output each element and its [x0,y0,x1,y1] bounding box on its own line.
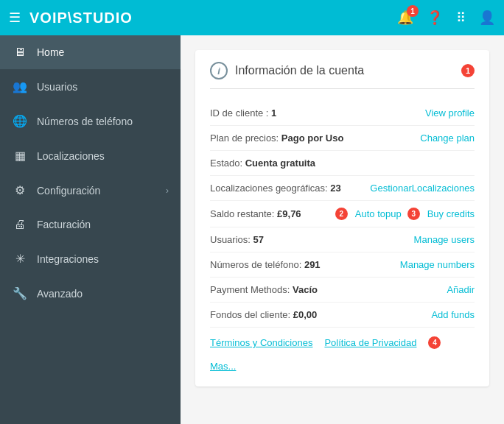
usuarios-actions: Manage users [414,234,475,245]
card-notification-badge: 1 [461,64,475,77]
sidebar-item-usuarios[interactable]: 👥 Usuarios [0,69,181,104]
sidebar-item-avanzado-label: Avanzado [37,288,169,300]
fondos-actions: Add funds [431,309,475,320]
client-id-actions: View profile [425,107,475,119]
sidebar-item-facturacion[interactable]: 🖨 Facturación [0,208,181,241]
privacidad-link[interactable]: Política de Privacidad [324,337,416,348]
notification-badge: 1 [407,5,419,17]
usuarios-count-label: Usuarios: 57 [210,234,414,245]
badge-3: 3 [407,208,420,220]
manage-numbers-link[interactable]: Manage numbers [400,259,475,270]
gestionar-localizaciones-link[interactable]: GestionarLocalizaciones [370,183,475,194]
sidebar-item-home[interactable]: 🖥 Home [0,35,181,69]
client-id-label: ID de cliente : 1 [210,107,425,119]
notification-bell[interactable]: 🔔 1 [397,10,413,26]
estado-label: Estado: Cuenta gratuita [210,158,475,169]
numeros-icon: 🌐 [12,114,28,128]
auto-topup-link[interactable]: Auto topup [355,208,402,219]
sidebar-item-configuracion[interactable]: ⚙ Configuración › [0,173,181,208]
numeros-row: Números de teléfono: 291 Manage numbers [210,252,475,278]
badge-4: 4 [428,336,441,349]
user-avatar[interactable]: 👤 [479,10,495,26]
header-right: 🔔 1 ❓ ⠿ 👤 [397,10,495,26]
home-icon: 🖥 [12,46,28,59]
anadir-payment-link[interactable]: Añadir [447,284,475,295]
terminos-link[interactable]: Términos y Condiciones [210,337,312,348]
header-left: ☰ VOIP\STUDIO [9,10,133,26]
avanzado-icon: 🔧 [12,286,28,300]
geolocalizaciones-actions: GestionarLocalizaciones [370,183,475,194]
change-plan-link[interactable]: Change plan [420,132,475,144]
mas-link[interactable]: Mas... [210,361,236,372]
geolocalizaciones-row: Localizaciones geográficas: 23 Gestionar… [210,176,475,201]
sidebar-item-home-label: Home [37,46,169,58]
fondos-row: Fondos del cliente: £0,00 Add funds [210,303,475,328]
sidebar-item-integraciones[interactable]: ✳ Integraciones [0,241,181,276]
view-profile-link[interactable]: View profile [425,107,475,119]
main-layout: 🖥 Home 👥 Usuarios 🌐 Números de teléfono … [0,35,504,424]
card-footer: Términos y Condiciones Política de Priva… [210,328,475,372]
estado-row: Estado: Cuenta gratuita [210,151,475,176]
card-title: Información de la cuenta [235,64,451,77]
configuracion-chevron-icon: › [166,186,169,196]
usuarios-row: Usuarios: 57 Manage users [210,227,475,252]
card-header: i Información de la cuenta 1 [210,62,475,89]
sidebar-item-numeros-label: Números de teléfono [37,116,169,127]
help-icon[interactable]: ❓ [427,10,443,26]
sidebar-item-facturacion-label: Facturación [37,219,169,230]
fondos-label: Fondos del cliente: £0,00 [210,309,431,320]
numeros-actions: Manage numbers [400,259,475,270]
buy-credits-link[interactable]: Buy credits [427,208,475,219]
plan-actions: Change plan [420,132,475,144]
geolocalizaciones-label: Localizaciones geográficas: 23 [210,183,370,194]
hamburger-menu[interactable]: ☰ [9,10,21,26]
client-id-row: ID de cliente : 1 View profile [210,101,475,126]
app-header: ☰ VOIP\STUDIO 🔔 1 ❓ ⠿ 👤 [0,0,504,35]
app-logo: VOIP\STUDIO [29,10,133,26]
payment-label: Payment Methods: Vacío [210,284,447,295]
info-icon: i [210,62,228,80]
configuracion-icon: ⚙ [12,183,28,197]
payment-row: Payment Methods: Vacío Añadir [210,278,475,303]
saldo-label: Saldo restante: £9,76 [210,208,335,219]
sidebar: 🖥 Home 👥 Usuarios 🌐 Números de teléfono … [0,35,181,424]
manage-users-link[interactable]: Manage users [414,234,475,245]
plan-row: Plan de precios: Pago por Uso Change pla… [210,126,475,151]
sidebar-item-integraciones-label: Integraciones [37,253,169,265]
numeros-count-label: Números de teléfono: 291 [210,259,400,270]
badge-2: 2 [335,208,348,220]
usuarios-icon: 👥 [12,80,28,93]
payment-actions: Añadir [447,284,475,295]
sidebar-item-avanzado[interactable]: 🔧 Avanzado [0,276,181,311]
plan-label: Plan de precios: Pago por Uso [210,132,420,144]
saldo-actions: 2 Auto topup 3 Buy credits [335,208,475,220]
saldo-row: Saldo restante: £9,76 2 Auto topup 3 Buy… [210,201,475,227]
sidebar-item-localizaciones[interactable]: ▦ Localizaciones [0,138,181,173]
apps-grid-icon[interactable]: ⠿ [456,10,466,26]
sidebar-item-configuracion-label: Configuración [37,185,157,197]
content-area: i Información de la cuenta 1 ID de clien… [181,35,504,424]
sidebar-item-numeros[interactable]: 🌐 Números de teléfono [0,104,181,138]
integraciones-icon: ✳ [12,252,28,266]
localizaciones-icon: ▦ [12,149,28,163]
add-funds-link[interactable]: Add funds [431,309,475,320]
account-info-card: i Información de la cuenta 1 ID de clien… [195,50,489,386]
sidebar-item-usuarios-label: Usuarios [37,81,169,93]
facturacion-icon: 🖨 [12,218,28,231]
sidebar-item-localizaciones-label: Localizaciones [37,150,169,162]
